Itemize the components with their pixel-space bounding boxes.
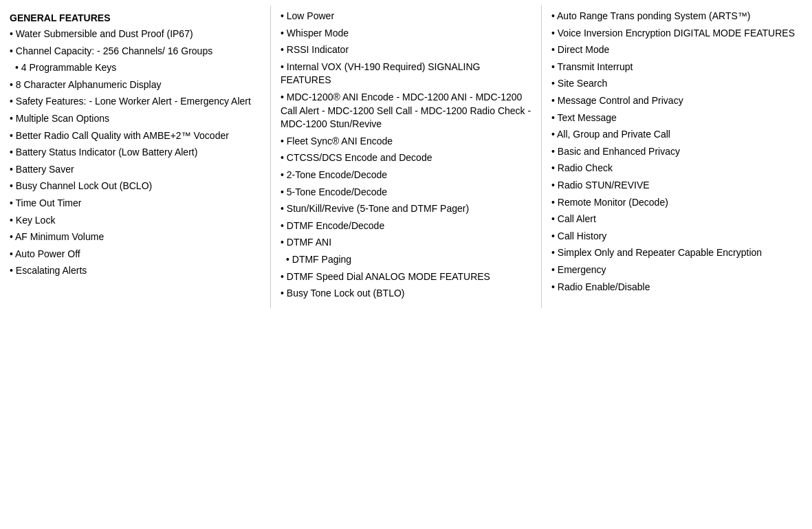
feature-item: • Voice Inversion Encryption DIGITAL MOD…: [551, 27, 802, 41]
feature-item: • Site Search: [551, 77, 802, 91]
feature-item: • 2-Tone Encode/Decode: [281, 169, 531, 182]
feature-item: • Call Alert: [551, 213, 802, 226]
feature-item: • Simplex Only and Repeater Capable Encr…: [551, 246, 802, 260]
feature-item: • 5-Tone Encode/Decode: [281, 186, 531, 199]
feature-item: • Busy Channel Lock Out (BCLO): [10, 180, 261, 193]
feature-item: • Water Submersible and Dust Proof (IP67…: [10, 28, 261, 41]
page-container: GENERAL FEATURES• Water Submersible and …: [0, 0, 812, 314]
feature-item: • Direct Mode: [551, 43, 802, 57]
feature-item: • Channel Capacity: - 256 Channels/ 16 G…: [10, 45, 261, 58]
feature-item: • Auto Power Off: [10, 248, 261, 261]
feature-item: • Battery Status Indicator (Low Battery …: [10, 146, 261, 160]
feature-item: • DTMF Speed Dial ANALOG MODE FEATURES: [281, 270, 531, 284]
feature-item: • Remote Monitor (Decode): [551, 196, 802, 210]
feature-item: • AF Minimum Volume: [10, 230, 261, 244]
feature-item: • Emergency: [551, 263, 802, 277]
feature-item: • Auto Range Trans ponding System (ARTS™…: [551, 10, 802, 23]
section-header: GENERAL FEATURES: [10, 12, 261, 23]
feature-item: • Call History: [551, 230, 802, 244]
feature-item: • Busy Tone Lock out (BTLO): [281, 287, 531, 301]
feature-item: • Better Radio Call Quality with AMBE+2™…: [10, 129, 261, 143]
column-col3: • Auto Range Trans ponding System (ARTS™…: [542, 6, 812, 308]
feature-item: • Text Message: [551, 111, 802, 125]
feature-item: • Key Lock: [10, 214, 261, 228]
feature-item: • Fleet Sync® ANI Encode: [281, 135, 531, 149]
feature-item: • Stun/Kill/Revive (5-Tone and DTMF Page…: [281, 202, 531, 216]
feature-item: • DTMF ANI: [281, 236, 531, 250]
feature-item: • Battery Saver: [10, 163, 261, 177]
feature-item: • 8 Character Alphanumeric Display: [10, 78, 261, 92]
feature-item: • MDC-1200® ANI Encode - MDC-1200 ANI - …: [281, 91, 531, 131]
feature-item: • CTCSS/DCS Encode and Decode: [281, 151, 531, 165]
feature-item: • Time Out Timer: [10, 197, 261, 210]
feature-item: • Radio Check: [551, 162, 802, 175]
column-col1: GENERAL FEATURES• Water Submersible and …: [0, 6, 270, 308]
feature-item: • DTMF Encode/Decode: [281, 219, 531, 233]
feature-item: • Message Control and Privacy: [551, 94, 802, 108]
feature-item: • DTMF Paging: [281, 253, 531, 267]
column-col2: • Low Power• Whisper Mode• RSSI Indicato…: [271, 6, 541, 308]
feature-item: • Whisper Mode: [281, 27, 531, 41]
feature-item: • Safety Features: - Lone Worker Alert -…: [10, 95, 261, 109]
feature-item: • All, Group and Private Call: [551, 128, 802, 142]
feature-item: • Transmit Interrupt: [551, 61, 802, 74]
feature-item: • Radio STUN/REVIVE: [551, 179, 802, 193]
feature-item: • Escalating Alerts: [10, 264, 261, 278]
feature-item: • Basic and Enhanced Privacy: [551, 145, 802, 159]
feature-item: • 4 Programmable Keys: [10, 61, 261, 75]
feature-item: • Multiple Scan Options: [10, 112, 261, 126]
feature-item: • RSSI Indicator: [281, 43, 531, 57]
feature-item: • Low Power: [281, 10, 531, 23]
feature-item: • Radio Enable/Disable: [551, 281, 802, 294]
feature-item: • Internal VOX (VH-190 Required) SIGNALI…: [281, 61, 531, 87]
